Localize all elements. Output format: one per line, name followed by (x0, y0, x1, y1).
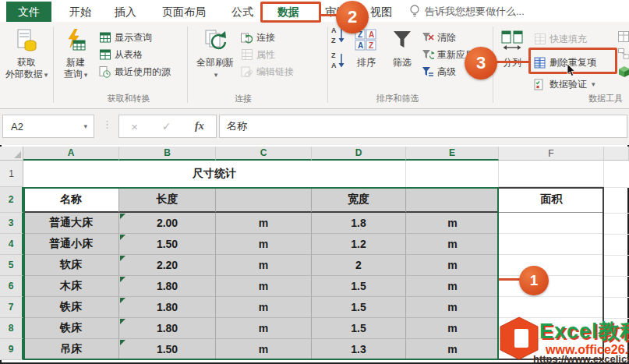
cell-E8[interactable]: m (406, 318, 499, 339)
tab-home[interactable]: 开始 (59, 2, 101, 22)
cell-E9[interactable]: m (406, 339, 499, 360)
cell-F4[interactable] (499, 234, 604, 255)
recent-sources-button[interactable]: 最近使用的源 (98, 64, 171, 80)
column-header-partial[interactable] (604, 147, 629, 161)
column-header-A[interactable]: A (23, 147, 119, 161)
cell-E2[interactable] (406, 187, 499, 213)
cell-A6[interactable]: 木床 (23, 276, 119, 297)
cell-A5[interactable]: 软床 (23, 255, 119, 276)
insert-function-icon[interactable]: fx (195, 120, 204, 133)
clear-filter-button[interactable]: 清除 (421, 30, 456, 45)
sort-za-button[interactable]: ZA (330, 53, 346, 69)
cell-D7[interactable]: 1.5 (312, 297, 406, 318)
relationships-icon (618, 48, 629, 62)
data-validation-icon (533, 78, 546, 91)
svg-text:Z: Z (331, 37, 336, 44)
cell-C6[interactable]: m (216, 276, 312, 297)
row-header-6[interactable]: 6 (0, 276, 23, 297)
row-header-8[interactable]: 8 (0, 318, 23, 339)
cell-C2[interactable] (216, 187, 312, 213)
cell-C4[interactable]: m (216, 234, 312, 255)
column-header-C[interactable]: C (216, 147, 312, 161)
cell-A8[interactable]: 铁床 (23, 318, 119, 339)
name-box-dropdown-icon[interactable]: ▾ (83, 122, 87, 130)
cell-B5[interactable]: 2.20 (119, 255, 216, 276)
cell-A3[interactable]: 普通大床 (23, 213, 119, 234)
cell-C7[interactable]: m (216, 297, 312, 318)
row-header-1[interactable]: 1 (0, 161, 23, 187)
row-header-7[interactable]: 7 (0, 297, 23, 318)
tab-page-layout[interactable]: 页面布局 (150, 2, 218, 22)
cell-E6[interactable]: m (406, 276, 499, 297)
cell-B9[interactable]: 1.50 (119, 339, 216, 360)
properties-button: 属性 (240, 47, 275, 62)
text-to-columns-button[interactable]: 分列 (495, 26, 529, 105)
column-header-D[interactable]: D (312, 147, 406, 161)
cell-D4[interactable]: 1.2 (312, 234, 406, 255)
formula-buttons: × ✓ fx (118, 115, 217, 138)
cell-C9[interactable]: m (216, 339, 312, 360)
cancel-icon[interactable]: × (131, 120, 138, 133)
cell-D3[interactable]: 1.8 (312, 213, 406, 234)
cell-D8[interactable]: 1.5 (312, 318, 406, 339)
cell-B8[interactable]: 1.80 (119, 318, 216, 339)
cell-C3[interactable]: m (216, 213, 312, 234)
cell-B3[interactable]: 2.00 (119, 213, 216, 234)
row-header-5[interactable]: 5 (0, 255, 23, 276)
cell-A9[interactable]: 吊床 (23, 339, 119, 360)
cell-C5[interactable]: m (216, 255, 312, 276)
column-header-F[interactable]: F (499, 147, 604, 161)
cell-B2[interactable]: 长度 (119, 187, 216, 213)
cell-A4[interactable]: 普通小床 (23, 234, 119, 255)
cell-B4[interactable]: 1.50 (119, 234, 216, 255)
enter-icon[interactable]: ✓ (162, 120, 171, 133)
number-stored-as-text-indicator (120, 298, 125, 303)
show-queries-button[interactable]: 显示查询 (98, 30, 152, 45)
watermark-url-exceljcw: https://www.exceljcw.com (533, 353, 629, 364)
connections-button[interactable]: 连接 (240, 30, 275, 45)
cell-A2[interactable]: 名称 (23, 187, 119, 213)
tab-formulas[interactable]: 公式 (221, 2, 263, 22)
merged-title-cell-A1[interactable]: 尺寸统计 (23, 161, 406, 187)
dropdown-arrow-icon: ▾ (592, 80, 595, 88)
cell-E7[interactable]: m (406, 297, 499, 318)
cell-B7[interactable]: 1.80 (119, 297, 216, 318)
cell-G1-partial[interactable] (604, 161, 629, 187)
database-icon (17, 29, 37, 57)
column-header-E[interactable]: E (406, 147, 499, 161)
cell-F5[interactable] (499, 255, 604, 276)
select-all-corner[interactable] (0, 147, 23, 161)
row-header-9[interactable]: 9 (0, 339, 23, 360)
cell-A7[interactable]: 铁床 (23, 297, 119, 318)
cell-D9[interactable]: 1.3 (312, 339, 406, 360)
connections-icon (240, 31, 253, 44)
name-box[interactable]: A2 ▾ (2, 115, 94, 138)
formula-bar-drag-handle[interactable]: ⋮ (102, 118, 112, 130)
get-external-data-button[interactable]: 获取 外部数据▾ (3, 26, 50, 105)
cell-F1[interactable] (499, 161, 604, 187)
row-header-4[interactable]: 4 (0, 234, 23, 255)
cell-E3[interactable]: m (406, 213, 499, 234)
cell-D2[interactable]: 宽度 (312, 187, 406, 213)
cell-E1[interactable] (406, 161, 499, 187)
cell-D6[interactable]: 1.5 (312, 276, 406, 297)
tab-file[interactable]: 文件 (6, 2, 51, 22)
cell-F2[interactable]: 面积 (499, 187, 604, 213)
from-table-button[interactable]: 从表格 (98, 47, 143, 62)
tab-insert[interactable]: 插入 (104, 2, 147, 22)
cell-F3[interactable] (499, 213, 604, 234)
cell-C8[interactable]: m (216, 318, 312, 339)
cell-D5[interactable]: 2 (312, 255, 406, 276)
formula-input[interactable]: 名称 (219, 115, 627, 138)
callout-2: 2 (336, 1, 369, 34)
cell-F7[interactable] (499, 297, 604, 318)
data-validation-button[interactable]: 数据验证 ▾ (533, 76, 595, 92)
cell-E4[interactable]: m (406, 234, 499, 255)
tell-me-box[interactable]: 告诉我您想要做什么... (425, 2, 525, 22)
cell-B6[interactable]: 1.80 (119, 276, 216, 297)
cell-E5[interactable]: m (406, 255, 499, 276)
advanced-filter-button[interactable]: 高级 (421, 64, 456, 80)
column-header-B[interactable]: B (119, 147, 216, 161)
row-header-2[interactable]: 2 (0, 187, 23, 213)
row-header-3[interactable]: 3 (0, 213, 23, 234)
